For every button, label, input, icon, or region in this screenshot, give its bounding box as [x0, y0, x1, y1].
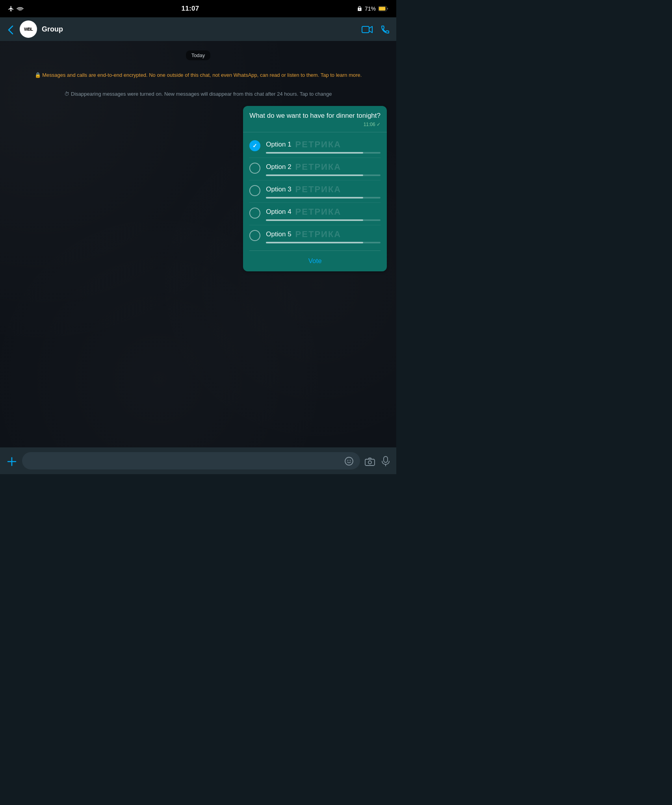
poll-option-5[interactable]: Option 5РЕТРИКА	[249, 225, 381, 247]
svg-rect-10	[384, 456, 388, 462]
poll-bar-fill-4	[266, 219, 363, 221]
bottom-icons	[365, 455, 390, 467]
sticker-icon[interactable]	[344, 456, 354, 466]
poll-bar-track-4	[266, 219, 381, 221]
poll-option-content-3: Option 3РЕТРИКА	[266, 184, 381, 198]
poll-bar-track-3	[266, 197, 381, 198]
poll-option-label-1: Option 1РЕТРИКА	[266, 139, 381, 150]
poll-radio-2[interactable]	[249, 163, 260, 174]
group-name[interactable]: Group	[42, 25, 357, 33]
poll-radio-3[interactable]	[249, 185, 260, 196]
add-attachment-button[interactable]	[6, 454, 17, 467]
camera-icon[interactable]	[365, 455, 375, 466]
nav-actions	[362, 24, 390, 34]
poll-bar-track-5	[266, 242, 381, 243]
poll-option-content-1: Option 1РЕТРИКА	[266, 139, 381, 154]
poll-bar-fill-5	[266, 242, 363, 243]
svg-point-6	[347, 460, 348, 461]
poll-bar-fill-3	[266, 197, 363, 198]
svg-rect-2	[362, 26, 369, 33]
svg-point-7	[350, 460, 351, 461]
status-left	[8, 6, 24, 12]
poll-bubble: What do we want to have for dinner tonig…	[243, 106, 387, 271]
poll-option-content-4: Option 4РЕТРИКА	[266, 207, 381, 221]
avatar-text: WBL	[24, 27, 33, 32]
svg-rect-1	[379, 7, 386, 10]
poll-option-label-3: Option 3РЕТРИКА	[266, 184, 381, 195]
poll-timestamp: 11:06 ✓	[249, 122, 381, 127]
poll-option-3[interactable]: Option 3РЕТРИКА	[249, 180, 381, 203]
poll-option-label-4: Option 4РЕТРИКА	[266, 207, 381, 217]
vote-button[interactable]: Vote	[249, 257, 381, 265]
poll-radio-5[interactable]	[249, 230, 260, 241]
date-separator: Today	[6, 50, 390, 60]
poll-option-2[interactable]: Option 2РЕТРИКА	[249, 158, 381, 180]
status-time: 11:07	[181, 5, 199, 13]
svg-point-5	[345, 457, 353, 465]
chat-area: Today 🔒 Messages and calls are end-to-en…	[0, 41, 396, 447]
poll-options: Option 1РЕТРИКАOption 2РЕТРИКАOption 3РЕ…	[249, 132, 381, 250]
battery-icon	[378, 6, 388, 11]
poll-option-1[interactable]: Option 1РЕТРИКА	[249, 135, 381, 158]
avatar[interactable]: WBL	[20, 20, 37, 38]
vote-section: Vote	[249, 250, 381, 271]
encryption-message[interactable]: 🔒 Messages and calls are end-to-end encr…	[6, 68, 390, 82]
wifi-icon	[17, 6, 24, 11]
phone-call-icon[interactable]	[381, 24, 390, 34]
poll-bar-track-2	[266, 174, 381, 176]
microphone-icon[interactable]	[381, 455, 390, 467]
back-button[interactable]	[6, 22, 15, 37]
screen: 11:07 71% WBL Group	[0, 0, 396, 474]
svg-rect-8	[365, 459, 375, 466]
nav-bar: WBL Group	[0, 17, 396, 41]
battery-percent: 71%	[365, 6, 376, 12]
disappearing-message-notice[interactable]: ⏱ Disappearing messages were turned on. …	[6, 87, 390, 102]
status-right: 71%	[357, 6, 388, 12]
poll-question: What do we want to have for dinner tonig…	[249, 111, 381, 120]
bottom-bar	[0, 447, 396, 474]
poll-radio-1[interactable]	[249, 140, 260, 151]
poll-bar-track-1	[266, 152, 381, 154]
message-input-area[interactable]	[22, 452, 360, 469]
date-badge: Today	[186, 50, 211, 60]
poll-option-label-2: Option 2РЕТРИКА	[266, 162, 381, 172]
poll-option-4[interactable]: Option 4РЕТРИКА	[249, 203, 381, 225]
video-call-icon[interactable]	[362, 24, 373, 34]
poll-bar-fill-1	[266, 152, 363, 154]
airplane-icon	[8, 6, 14, 12]
poll-radio-4[interactable]	[249, 208, 260, 219]
poll-option-content-5: Option 5РЕТРИКА	[266, 229, 381, 243]
status-bar: 11:07 71%	[0, 0, 396, 17]
svg-point-9	[368, 461, 371, 464]
poll-bar-fill-2	[266, 174, 363, 176]
poll-option-label-5: Option 5РЕТРИКА	[266, 229, 381, 239]
poll-option-content-2: Option 2РЕТРИКА	[266, 162, 381, 176]
lock-icon	[357, 6, 362, 11]
